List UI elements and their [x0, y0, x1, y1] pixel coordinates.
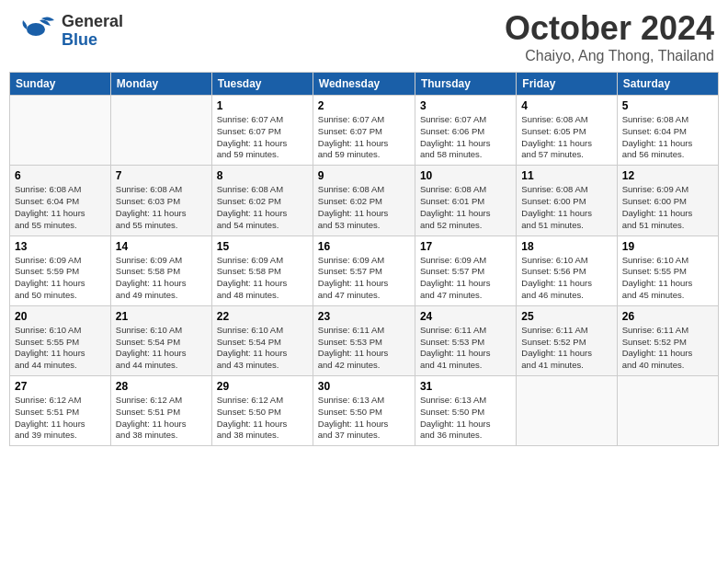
calendar-cell: 11Sunrise: 6:08 AMSunset: 6:00 PMDayligh…	[517, 166, 617, 236]
day-info: Sunrise: 6:07 AMSunset: 6:07 PMDaylight:…	[318, 114, 410, 161]
day-info: Sunrise: 6:12 AMSunset: 5:50 PMDaylight:…	[217, 395, 308, 442]
logo: General Blue	[14, 9, 123, 53]
col-friday: Friday	[517, 73, 617, 96]
calendar-cell: 23Sunrise: 6:11 AMSunset: 5:53 PMDayligh…	[313, 305, 415, 375]
calendar-cell: 28Sunrise: 6:12 AMSunset: 5:51 PMDayligh…	[110, 376, 211, 446]
day-info: Sunrise: 6:08 AMSunset: 6:00 PMDaylight:…	[521, 184, 611, 231]
calendar-cell: 31Sunrise: 6:13 AMSunset: 5:50 PMDayligh…	[415, 376, 516, 446]
day-info: Sunrise: 6:11 AMSunset: 5:52 PMDaylight:…	[521, 325, 611, 372]
day-info: Sunrise: 6:08 AMSunset: 6:01 PMDaylight:…	[420, 184, 511, 231]
calendar-week-row: 27Sunrise: 6:12 AMSunset: 5:51 PMDayligh…	[10, 376, 719, 446]
day-number: 19	[622, 240, 713, 253]
calendar-cell: 10Sunrise: 6:08 AMSunset: 6:01 PMDayligh…	[415, 166, 516, 236]
day-number: 15	[217, 240, 308, 253]
calendar-cell: 3Sunrise: 6:07 AMSunset: 6:06 PMDaylight…	[415, 96, 516, 166]
day-info: Sunrise: 6:07 AMSunset: 6:06 PMDaylight:…	[420, 114, 511, 161]
calendar-week-row: 20Sunrise: 6:10 AMSunset: 5:55 PMDayligh…	[10, 305, 719, 375]
calendar-cell: 4Sunrise: 6:08 AMSunset: 6:05 PMDaylight…	[517, 96, 617, 166]
calendar-cell: 30Sunrise: 6:13 AMSunset: 5:50 PMDayligh…	[313, 376, 415, 446]
calendar-week-row: 13Sunrise: 6:09 AMSunset: 5:59 PMDayligh…	[10, 236, 719, 305]
calendar-cell: 25Sunrise: 6:11 AMSunset: 5:52 PMDayligh…	[517, 305, 617, 375]
logo-general: General	[62, 13, 123, 31]
calendar-cell: 2Sunrise: 6:07 AMSunset: 6:07 PMDaylight…	[313, 96, 415, 166]
day-number: 2	[318, 99, 410, 112]
day-info: Sunrise: 6:13 AMSunset: 5:50 PMDaylight:…	[420, 395, 511, 442]
calendar-cell: 20Sunrise: 6:10 AMSunset: 5:55 PMDayligh…	[10, 305, 111, 375]
day-info: Sunrise: 6:08 AMSunset: 6:05 PMDaylight:…	[521, 114, 611, 161]
calendar-cell: 1Sunrise: 6:07 AMSunset: 6:07 PMDaylight…	[211, 96, 313, 166]
calendar-cell: 7Sunrise: 6:08 AMSunset: 6:03 PMDaylight…	[110, 166, 211, 236]
calendar-week-row: 6Sunrise: 6:08 AMSunset: 6:04 PMDaylight…	[10, 166, 719, 236]
day-info: Sunrise: 6:10 AMSunset: 5:55 PMDaylight:…	[15, 325, 106, 372]
day-info: Sunrise: 6:08 AMSunset: 6:02 PMDaylight:…	[318, 184, 410, 231]
calendar-cell: 5Sunrise: 6:08 AMSunset: 6:04 PMDaylight…	[617, 96, 718, 166]
calendar-cell: 15Sunrise: 6:09 AMSunset: 5:58 PMDayligh…	[211, 236, 313, 305]
day-info: Sunrise: 6:09 AMSunset: 5:59 PMDaylight:…	[15, 255, 106, 302]
day-number: 10	[420, 169, 511, 182]
col-wednesday: Wednesday	[313, 73, 415, 96]
day-number: 13	[15, 240, 106, 253]
calendar-cell	[110, 96, 211, 166]
day-info: Sunrise: 6:09 AMSunset: 5:58 PMDaylight:…	[217, 255, 308, 302]
logo-icon	[14, 9, 58, 53]
col-monday: Monday	[110, 73, 211, 96]
day-number: 26	[622, 310, 713, 323]
calendar-cell: 16Sunrise: 6:09 AMSunset: 5:57 PMDayligh…	[313, 236, 415, 305]
calendar-cell: 14Sunrise: 6:09 AMSunset: 5:58 PMDayligh…	[110, 236, 211, 305]
day-info: Sunrise: 6:10 AMSunset: 5:56 PMDaylight:…	[521, 255, 611, 302]
col-tuesday: Tuesday	[211, 73, 313, 96]
svg-point-0	[27, 23, 45, 36]
calendar-cell: 27Sunrise: 6:12 AMSunset: 5:51 PMDayligh…	[10, 376, 111, 446]
day-info: Sunrise: 6:09 AMSunset: 6:00 PMDaylight:…	[622, 184, 713, 231]
calendar-cell: 18Sunrise: 6:10 AMSunset: 5:56 PMDayligh…	[517, 236, 617, 305]
calendar-week-row: 1Sunrise: 6:07 AMSunset: 6:07 PMDaylight…	[10, 96, 719, 166]
day-number: 7	[116, 169, 207, 182]
calendar-cell: 6Sunrise: 6:08 AMSunset: 6:04 PMDaylight…	[10, 166, 111, 236]
calendar-cell	[517, 376, 617, 446]
day-info: Sunrise: 6:09 AMSunset: 5:57 PMDaylight:…	[318, 255, 410, 302]
calendar-cell	[10, 96, 111, 166]
day-info: Sunrise: 6:10 AMSunset: 5:54 PMDaylight:…	[217, 325, 308, 372]
day-number: 18	[521, 240, 611, 253]
calendar-cell: 9Sunrise: 6:08 AMSunset: 6:02 PMDaylight…	[313, 166, 415, 236]
day-number: 23	[318, 310, 410, 323]
calendar-cell: 17Sunrise: 6:09 AMSunset: 5:57 PMDayligh…	[415, 236, 516, 305]
page-header: General Blue October 2024 Chaiyo, Ang Th…	[9, 9, 719, 64]
day-number: 17	[420, 240, 511, 253]
col-saturday: Saturday	[617, 73, 718, 96]
calendar-header-row: Sunday Monday Tuesday Wednesday Thursday…	[10, 73, 719, 96]
day-info: Sunrise: 6:08 AMSunset: 6:04 PMDaylight:…	[622, 114, 713, 161]
day-number: 14	[116, 240, 207, 253]
calendar-cell: 13Sunrise: 6:09 AMSunset: 5:59 PMDayligh…	[10, 236, 111, 305]
day-info: Sunrise: 6:08 AMSunset: 6:02 PMDaylight:…	[217, 184, 308, 231]
calendar-cell	[617, 376, 718, 446]
day-number: 25	[521, 310, 611, 323]
location-title: Chaiyo, Ang Thong, Thailand	[505, 48, 714, 64]
day-info: Sunrise: 6:13 AMSunset: 5:50 PMDaylight:…	[318, 395, 410, 442]
day-number: 4	[521, 99, 611, 112]
calendar-cell: 19Sunrise: 6:10 AMSunset: 5:55 PMDayligh…	[617, 236, 718, 305]
month-title: October 2024	[505, 9, 714, 48]
day-number: 12	[622, 169, 713, 182]
col-thursday: Thursday	[415, 73, 516, 96]
day-number: 1	[217, 99, 308, 112]
day-info: Sunrise: 6:11 AMSunset: 5:53 PMDaylight:…	[318, 325, 410, 372]
day-number: 22	[217, 310, 308, 323]
day-number: 11	[521, 169, 611, 182]
day-info: Sunrise: 6:08 AMSunset: 6:03 PMDaylight:…	[116, 184, 207, 231]
day-info: Sunrise: 6:10 AMSunset: 5:54 PMDaylight:…	[116, 325, 207, 372]
logo-text-block: General Blue	[62, 13, 123, 50]
calendar-cell: 24Sunrise: 6:11 AMSunset: 5:53 PMDayligh…	[415, 305, 516, 375]
calendar-cell: 22Sunrise: 6:10 AMSunset: 5:54 PMDayligh…	[211, 305, 313, 375]
col-sunday: Sunday	[10, 73, 111, 96]
calendar-cell: 21Sunrise: 6:10 AMSunset: 5:54 PMDayligh…	[110, 305, 211, 375]
day-info: Sunrise: 6:07 AMSunset: 6:07 PMDaylight:…	[217, 114, 308, 161]
day-number: 30	[318, 380, 410, 393]
day-info: Sunrise: 6:12 AMSunset: 5:51 PMDaylight:…	[116, 395, 207, 442]
day-number: 24	[420, 310, 511, 323]
day-info: Sunrise: 6:11 AMSunset: 5:52 PMDaylight:…	[622, 325, 713, 372]
day-number: 3	[420, 99, 511, 112]
day-info: Sunrise: 6:08 AMSunset: 6:04 PMDaylight:…	[15, 184, 106, 231]
day-number: 16	[318, 240, 410, 253]
calendar-cell: 8Sunrise: 6:08 AMSunset: 6:02 PMDaylight…	[211, 166, 313, 236]
